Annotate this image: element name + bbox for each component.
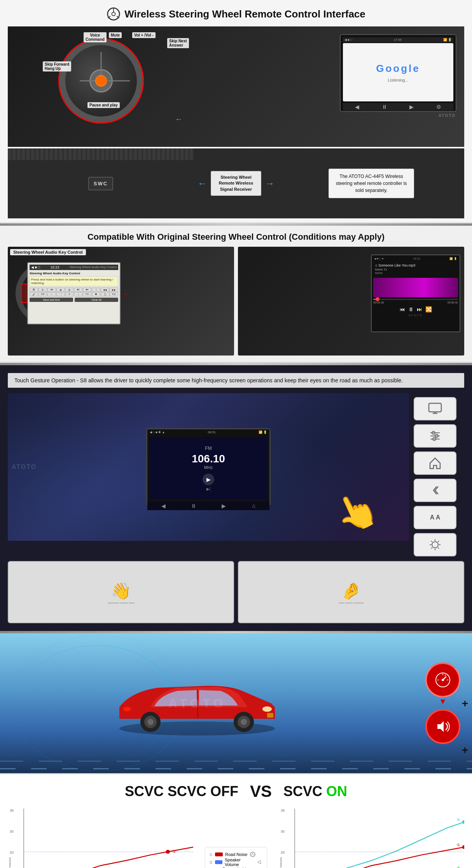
status-bar: ◀ ■ □ ★ 14:12 📶 🔋 — [373, 257, 458, 261]
learning-screen: ◀ ■ □ 15:23 Steering Wheel Audio Key Con… — [27, 262, 121, 324]
radio-screen-unit: ◀ ○ ■ ✱ ▲ 09:51 📶 🔋 FM 106.10 MHz ▶ ▶| — [146, 428, 271, 506]
next-track: ▶| — [206, 487, 211, 491]
y-axis-title-on: Volume — [279, 858, 283, 868]
gesture-icon-home[interactable] — [414, 451, 456, 475]
section1-title-text: Wireless Steering Wheel Remote Control I… — [124, 8, 365, 20]
volume-indicator-btn[interactable] — [425, 709, 460, 744]
mute-annotation: Mute — [109, 32, 122, 38]
section-touch-gesture: Touch Gesture Operation - S8 allows the … — [0, 365, 472, 631]
chart-legend: ① Road Noise ② Speaker Volume ③ Recogniz… — [201, 809, 271, 868]
section1-lower-area: SWC ← Steering Wheel Remote Wireless Sig… — [8, 148, 464, 218]
progress-bar — [373, 299, 458, 300]
gesture-thumbnails: 👋 🤌 — [8, 561, 464, 623]
gesture-icon-sliders[interactable] — [414, 424, 456, 448]
road-line-1 — [0, 768, 472, 769]
scvc-off-label: SCVC SCVC OFF — [125, 783, 238, 800]
vol-annotation: Vol + /Vol - — [132, 32, 156, 38]
gesture-icon-screen[interactable] — [414, 397, 456, 420]
chart-on-container: 39 30 20 15 10 0 — [294, 809, 464, 868]
arrow-right: ← — [175, 115, 183, 124]
legend-speaker-vol: ② Speaker Volume — [209, 858, 263, 867]
voice-command-annotation: Voice Command — [84, 32, 107, 42]
play-btn-radio: ▶ — [203, 474, 214, 485]
radio-status-bar: ◀ ○ ■ ✱ ▲ 09:51 📶 🔋 — [147, 429, 269, 435]
right-radio-unit: ◀ ■ □ 17:35 📶 🔋 Google Listening... ◀⏸▶⚙ — [340, 34, 456, 112]
save-exit-btn: Save and Exit — [30, 298, 73, 302]
swc-right-panel: ◀ ■ □ ★ 14:12 📶 🔋 ♫ Someone Like You.mp3… — [238, 247, 464, 356]
back-icon — [428, 483, 442, 497]
legend-box: ① Road Noise ② Speaker Volume ③ Recogniz… — [205, 847, 267, 868]
swipe-gesture-icon: 👋 — [111, 581, 131, 600]
font-size-label: A A — [430, 514, 440, 521]
svg-rect-5 — [429, 403, 441, 412]
legend-road-noise: ① Road Noise — [209, 851, 263, 858]
section1-header: Wireless Steering Wheel Remote Control I… — [8, 7, 464, 21]
svg-point-32 — [241, 719, 247, 725]
svg-text:③: ③ — [456, 866, 460, 868]
chart-off-axes: ① ② ③ 40km/h(24mph) 60km/h(37mph) 80km/h… — [23, 809, 193, 868]
road-noise-icon — [250, 851, 256, 858]
gesture-icon-brightness[interactable] — [414, 533, 456, 556]
swc-device-box: SWC — [88, 177, 113, 190]
svg-line-19 — [431, 541, 432, 542]
button-grid: ⏻ ⚙ ⏮ ◀ 🔊 ⏭ ⏭ ♫ ◀◀ ▶▶ 🎤 FM ☆ 📋 K ☆ FO — [30, 288, 118, 296]
gesture-thumb-swipe: 👋 — [8, 561, 234, 623]
gesture-icon-back[interactable] — [414, 479, 456, 502]
music-controls: ⏮ ⏸ ⏭ 🔀 — [373, 306, 458, 312]
section2-images: ◀ ■ □ 15:23 Steering Wheel Audio Key Con… — [8, 247, 464, 356]
gesture-main-area: ATOTO ◀ ○ ■ ✱ ▲ 09:51 📶 🔋 FM 106.10 MHz — [8, 393, 409, 541]
atoto-note-box: The ATOTO AC-44F5 Wireless steering whee… — [329, 169, 414, 198]
car-display-area: ATOTO — [0, 661, 394, 746]
svg-line-21 — [438, 541, 439, 542]
section-wireless-steering: Wireless Steering Wheel Remote Control I… — [0, 0, 472, 223]
svg-point-1 — [112, 12, 115, 16]
section-swc-compatible: Compatible With Original Steering Wheel … — [0, 226, 472, 363]
svg-point-14 — [432, 542, 438, 548]
port-connections: SWC — [8, 148, 194, 218]
clear-all-btn: Clear All — [75, 298, 118, 302]
speed-indicator-btn[interactable] — [425, 662, 460, 697]
brightness-icon — [428, 538, 442, 552]
charts-area: 39 30 20 15 10 0 — [8, 809, 464, 868]
radio-screen-inner: FM 106.10 MHz ▶ ▶| — [150, 437, 267, 499]
svg-rect-33 — [267, 713, 273, 718]
chart-off-svg: ① ② ③ — [24, 809, 193, 868]
blue-arrow-right2: → — [261, 148, 278, 218]
chart-header: SCVC SCVC OFF VS SCVC ON — [8, 782, 464, 801]
pinch-gesture-icon: 🤌 — [341, 581, 361, 600]
circular-arrow — [425, 662, 460, 697]
section2-title: Compatible With Original Steering Wheel … — [8, 232, 464, 242]
dashboard-image: Voice Command Mute Vol + /Vol - Skip Nex… — [8, 26, 464, 147]
gesture-thumb-pinch: 🤌 — [238, 561, 464, 623]
volume-icon — [434, 718, 451, 735]
y-axis-title-off: Volume — [8, 858, 12, 868]
atoto-note-area: The ATOTO AC-44F5 Wireless steering whee… — [278, 148, 464, 218]
down-arrow-speed: ▼ — [439, 697, 447, 706]
plus-volume: + — [462, 744, 468, 756]
learn-message: Press and hold a button on steering whee… — [30, 276, 118, 286]
svg-point-25 — [262, 706, 272, 712]
home-icon — [428, 456, 442, 470]
chart-off-container: 39 30 20 15 10 0 — [23, 809, 193, 868]
scvc-speed-container: + ▼ — [425, 662, 460, 697]
sliders-icon — [428, 429, 442, 443]
section-scvc-charts: SCVC SCVC OFF VS SCVC ON 39 30 20 15 10 … — [0, 774, 472, 868]
pause-play-annotation: Pause and play — [87, 102, 120, 108]
atoto-watermark-right: ATOTO — [439, 113, 456, 118]
gesture-lines-swipe — [108, 603, 135, 603]
guideline-15-on — [295, 852, 464, 852]
audio-key-title: Steering Wheel Audio Key Control — [30, 272, 118, 275]
steering-wheel-icon — [107, 7, 121, 21]
scvc-volume-container: + — [425, 709, 460, 744]
atoto-watermark-car: ATOTO — [168, 696, 226, 711]
vs-label: VS — [250, 782, 272, 801]
svg-point-43 — [250, 852, 255, 857]
speed-comp-line-on — [295, 822, 464, 868]
red-arrow: ← — [122, 289, 130, 298]
gesture-icon-aa[interactable]: A A — [414, 506, 456, 529]
gesture-icon-panel: A A — [414, 393, 464, 556]
chart-on-svg: ① ② ③ ④ — [295, 809, 464, 868]
audio-key-label: Steering Wheel Audio Key Control — [10, 249, 86, 255]
music-waveform — [373, 278, 458, 297]
atoto-brand-music: ATOTO — [373, 314, 458, 317]
